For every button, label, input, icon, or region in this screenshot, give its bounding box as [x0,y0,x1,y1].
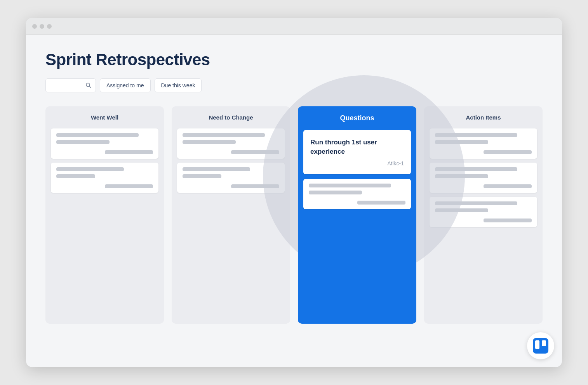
card-bottom-line [105,150,153,154]
card-ai-3[interactable] [430,197,537,227]
search-box[interactable] [45,78,96,92]
card-line [56,167,124,171]
card-line [309,184,391,187]
assigned-to-me-filter[interactable]: Assigned to me [100,78,151,92]
search-icon [85,82,92,88]
featured-card[interactable]: Run through 1st user experience Atlkc-1 [303,130,411,174]
card-line [435,133,517,137]
card-bottom-line [231,150,280,154]
card-line [183,174,221,178]
toolbar: Assigned to me Due this week [45,78,543,92]
column-action-items: Action Items [424,106,543,324]
column-need-to-change-header: Need to Change [177,113,285,122]
card-q-2[interactable] [303,179,411,209]
card-line [56,133,139,137]
svg-line-1 [89,86,91,88]
card-line [435,140,488,144]
column-action-items-header: Action Items [430,113,537,122]
featured-card-id: Atlkc-1 [310,160,404,166]
trello-badge [527,332,554,359]
card-line [309,191,362,194]
card-ww-1[interactable] [51,128,158,159]
card-bottom-line [484,219,532,222]
card-line [435,167,517,171]
card-line [56,140,110,144]
card-line [435,208,488,212]
svg-rect-3 [535,340,539,349]
column-need-to-change: Need to Change [172,106,290,324]
card-line [183,167,250,171]
card-line [435,174,488,178]
card-bottom-line [231,184,280,188]
card-line [56,174,95,178]
card-line [435,201,517,205]
card-line [183,133,265,137]
page-title: Sprint Retrospectives [45,50,543,69]
browser-dot-red [32,24,37,29]
due-this-week-filter[interactable]: Due this week [155,78,202,92]
card-bottom-line [357,201,406,205]
card-ai-1[interactable] [430,128,537,159]
card-ai-2[interactable] [430,163,537,193]
card-nc-2[interactable] [177,163,285,193]
browser-dot-green [47,24,52,29]
column-questions: Questions Run through 1st user experienc… [298,106,416,324]
browser-window: Sprint Retrospectives Assigned to me Due… [26,18,562,367]
featured-card-title: Run through 1st user experience [310,138,404,156]
browser-dot-yellow [40,24,44,29]
card-bottom-line [484,184,532,188]
browser-dots [32,24,52,29]
browser-content: Sprint Retrospectives Assigned to me Due… [26,35,562,367]
card-bottom-line [484,150,532,154]
card-nc-1[interactable] [177,128,285,159]
browser-titlebar [26,18,562,35]
card-bottom-line [105,184,153,188]
card-ww-2[interactable] [51,163,158,193]
board-container: Went Well Need to Change [45,106,543,324]
column-questions-header: Questions [303,113,411,124]
card-line [183,140,236,144]
trello-logo-icon [533,338,548,354]
column-went-well: Went Well [45,106,164,324]
svg-rect-4 [542,340,546,346]
column-went-well-header: Went Well [51,113,158,122]
